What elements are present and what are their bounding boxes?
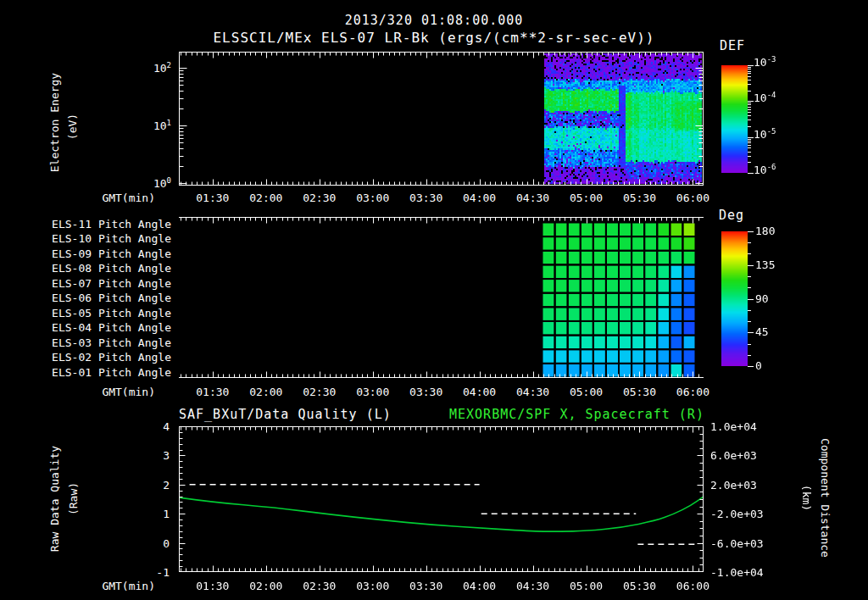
pitch-angle-plot [179,217,704,378]
x-tick-label: 01:30 [192,192,233,204]
x-tick-label: 03:30 [406,580,447,592]
x-tick-label: 03:00 [353,580,393,592]
x-tick-label: 05:30 [619,580,659,592]
pitch-x-tick-labels: 01:3002:0002:3003:0003:3004:0004:3005:00… [179,386,704,398]
x-tick-label: 05:00 [566,580,607,592]
x-tick-label: 03:00 [353,192,393,204]
spectrogram-plot [179,52,704,186]
x-tick-label: 02:30 [299,580,340,592]
timeseries-left-title: SAF_BXuT/Data Quality (L) [179,407,392,422]
x-tick-label: 04:30 [513,192,554,204]
spectrogram-x-tick-labels: 01:3002:0002:3003:0003:3004:0004:3005:00… [179,192,704,204]
timeseries-right-tick: -1.0e+04 [710,566,764,579]
x-tick-label: 06:00 [672,580,713,592]
x-tick-label: 02:00 [246,580,287,592]
timeseries-left-tick: 1 [163,508,170,520]
timeseries-left-tick: 3 [163,449,170,462]
timeseries-right-y-label: Component Distance [819,397,832,600]
x-tick-label: 02:30 [299,192,340,204]
timeseries-right-tick: -6.0e+03 [710,537,764,550]
timeseries-right-tick: 2.0e+03 [710,479,757,492]
timeseries-x-axis-label: GMT(min) [87,580,155,592]
x-tick-label: 04:30 [513,386,554,398]
x-tick-label: 04:00 [459,386,500,398]
x-tick-label: 01:30 [192,580,233,592]
x-tick-label: 03:30 [406,192,447,204]
timeseries-x-tick-labels: 01:3002:0002:3003:0003:3004:0004:3005:00… [179,580,704,592]
x-tick-label: 03:00 [353,386,393,398]
x-tick-label: 05:30 [619,386,659,398]
x-tick-label: 02:00 [246,386,287,398]
timeseries-right-y-unit: (km) [800,469,813,528]
x-tick-label: 03:30 [406,386,447,398]
x-tick-label: 06:00 [672,386,713,398]
x-tick-label: 02:30 [299,386,340,398]
timeseries-right-tick: 1.0e+04 [710,420,757,433]
timeseries-right-tick: -2.0e+03 [710,508,764,520]
timeseries-right-tick: 6.0e+03 [710,449,757,462]
timeseries-right-title: MEXORBMC/SPF X, Spacecraft (R) [449,407,704,422]
x-tick-label: 01:30 [192,386,233,398]
timeseries-left-y-unit: (Raw) [67,465,80,533]
x-tick-label: 05:00 [566,386,607,398]
x-tick-label: 04:30 [513,580,554,592]
timeseries-left-tick: 4 [163,420,170,433]
x-tick-label: 04:00 [459,192,500,204]
x-tick-label: 04:00 [459,580,500,592]
timeseries-left-tick: 0 [163,537,170,550]
science-plot-screen: 2013/320 01:08:00.000 ELSSCIL/MEx ELS-07… [0,0,868,600]
timeseries-left-tick-labels: 43210-1 [136,0,170,600]
x-tick-label: 02:00 [246,192,287,204]
timeseries-left-tick: -1 [156,566,170,579]
x-tick-label: 05:00 [566,192,607,204]
timeseries-right-tick-labels: 1.0e+046.0e+032.0e+03-2.0e+03-6.0e+03-1.… [710,0,770,600]
timeseries-left-tick: 2 [163,479,170,492]
x-tick-label: 05:30 [619,192,659,204]
x-tick-label: 06:00 [672,192,713,204]
timeseries-left-y-label: Raw Data Quality [48,406,61,592]
timeseries-plot [179,426,704,572]
